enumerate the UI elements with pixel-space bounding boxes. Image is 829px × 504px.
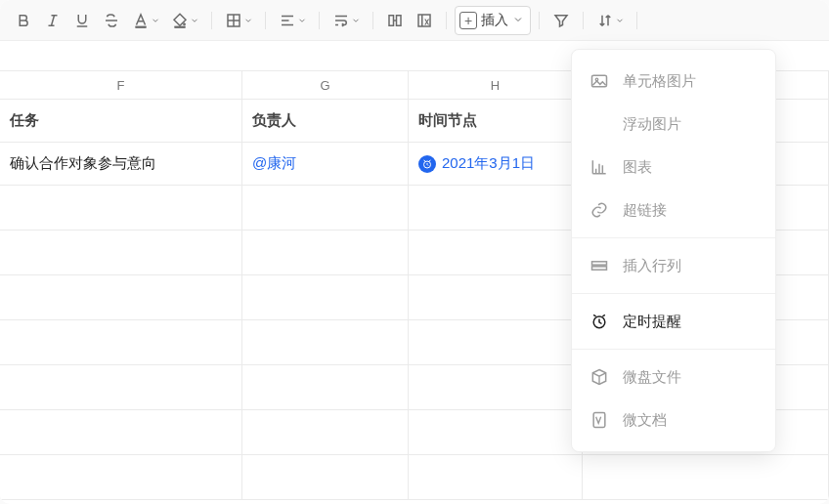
cell[interactable]	[0, 186, 242, 230]
cube-icon	[589, 367, 609, 387]
link-icon	[589, 200, 609, 220]
bold-button[interactable]	[10, 7, 37, 34]
toolbar-divider	[372, 12, 373, 29]
cell-owner[interactable]: @康河	[242, 143, 409, 185]
cell[interactable]	[0, 320, 242, 364]
freeze-panes-button[interactable]	[411, 7, 438, 34]
menu-item-reminder[interactable]: 定时提醒	[572, 300, 775, 343]
insert-dropdown: 单元格图片 浮动图片 图表 超链接 插入行列 定时提醒 微盘文件 微文档	[571, 49, 776, 452]
cell[interactable]	[242, 455, 409, 499]
borders-button[interactable]	[220, 7, 257, 34]
chevron-down-icon	[615, 16, 625, 25]
menu-divider	[572, 237, 775, 238]
menu-item-chart[interactable]: 图表	[572, 146, 775, 189]
cell[interactable]	[409, 186, 583, 230]
cell[interactable]	[409, 275, 583, 319]
chevron-down-icon	[351, 16, 361, 25]
menu-item-wedoc[interactable]: 微文档	[572, 399, 775, 441]
fill-color-button[interactable]	[166, 7, 203, 34]
image-icon	[589, 71, 609, 91]
font-color-button[interactable]	[127, 7, 164, 34]
cell[interactable]	[242, 365, 409, 409]
cell[interactable]	[0, 275, 242, 319]
cell[interactable]	[583, 455, 829, 499]
menu-item-wedisk[interactable]: 微盘文件	[572, 356, 775, 399]
toolbar-divider	[265, 12, 266, 29]
filter-button[interactable]	[547, 7, 575, 34]
rows-icon	[589, 256, 609, 275]
table-row	[0, 455, 829, 500]
menu-item-cell-image[interactable]: 单元格图片	[572, 60, 775, 103]
svg-rect-4	[389, 15, 394, 25]
insert-button[interactable]: + 插入	[455, 6, 531, 35]
alarm-clock-icon	[589, 312, 609, 331]
header-task[interactable]: 任务	[0, 100, 242, 142]
cell[interactable]	[0, 410, 242, 454]
svg-point-1	[183, 22, 185, 24]
menu-item-hyperlink[interactable]: 超链接	[572, 189, 775, 231]
cell[interactable]	[242, 275, 409, 319]
menu-divider	[572, 349, 775, 350]
svg-rect-2	[174, 26, 185, 28]
svg-rect-8	[592, 75, 607, 87]
menu-item-label: 单元格图片	[623, 72, 696, 91]
cell[interactable]	[242, 231, 409, 274]
menu-item-label: 微盘文件	[623, 368, 681, 387]
column-header-h[interactable]: H	[409, 71, 583, 99]
alarm-clock-icon	[418, 155, 436, 173]
chart-icon	[589, 157, 609, 177]
column-header-f[interactable]: F	[0, 71, 242, 99]
strikethrough-button[interactable]	[98, 7, 125, 34]
menu-item-float-image[interactable]: 浮动图片	[572, 103, 775, 146]
menu-item-rows-cols[interactable]: 插入行列	[572, 244, 775, 287]
menu-item-label: 定时提醒	[623, 313, 681, 331]
toolbar-divider	[211, 12, 212, 29]
toolbar-divider	[446, 12, 447, 29]
italic-button[interactable]	[39, 7, 66, 34]
menu-item-label: 超链接	[623, 201, 667, 220]
cell-due-text: 2021年3月1日	[442, 154, 535, 173]
chevron-down-icon	[512, 13, 524, 28]
svg-rect-0	[135, 26, 146, 28]
menu-divider	[572, 293, 775, 294]
spreadsheet-app: { "toolbar": { "insert_label": "插入" }, "…	[0, 0, 829, 504]
toolbar-divider	[636, 12, 637, 29]
doc-icon	[589, 410, 609, 430]
cell[interactable]	[409, 365, 583, 409]
chevron-down-icon	[190, 16, 199, 25]
cell[interactable]	[0, 455, 242, 499]
cell[interactable]	[409, 410, 583, 454]
toolbar: + 插入	[0, 0, 829, 41]
wrap-button[interactable]	[327, 7, 365, 34]
header-owner[interactable]: 负责人	[242, 100, 409, 142]
underline-button[interactable]	[68, 7, 96, 34]
plus-square-icon: +	[459, 12, 477, 29]
toolbar-divider	[319, 12, 320, 29]
chevron-down-icon	[297, 16, 307, 25]
cell[interactable]	[0, 231, 242, 274]
cell[interactable]	[242, 410, 409, 454]
cell[interactable]	[409, 455, 583, 499]
cell[interactable]	[242, 320, 409, 364]
sort-button[interactable]	[591, 7, 629, 34]
toolbar-divider	[539, 12, 540, 29]
svg-rect-10	[592, 262, 607, 265]
header-due[interactable]: 时间节点	[409, 100, 583, 142]
blank-icon	[589, 114, 609, 134]
cell[interactable]	[409, 231, 583, 274]
merge-cells-button[interactable]	[381, 7, 409, 34]
column-header-g[interactable]: G	[242, 71, 409, 99]
menu-item-label: 插入行列	[623, 257, 681, 275]
align-button[interactable]	[274, 7, 311, 34]
menu-item-label: 微文档	[623, 411, 667, 430]
cell-due[interactable]: 2021年3月1日	[409, 143, 583, 185]
cell[interactable]	[0, 365, 242, 409]
menu-item-label: 浮动图片	[623, 115, 681, 134]
cell[interactable]	[409, 320, 583, 364]
cell-task[interactable]: 确认合作对象参与意向	[0, 143, 242, 185]
cell[interactable]	[242, 186, 409, 230]
chevron-down-icon	[243, 16, 253, 25]
svg-rect-5	[397, 15, 402, 25]
insert-button-label: 插入	[481, 12, 508, 29]
toolbar-divider	[583, 12, 584, 29]
